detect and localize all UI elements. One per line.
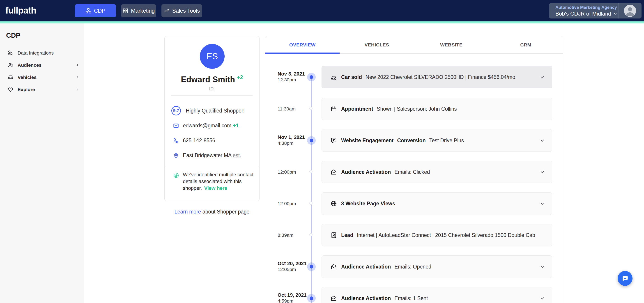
heart-icon	[8, 86, 14, 92]
event-datetime: 11:30am	[278, 106, 310, 112]
shopper-avatar: ES	[200, 44, 224, 69]
timeline-row: Oct 20, 2021 12:05pm Audience Activation…	[265, 256, 563, 278]
mail-icon	[173, 123, 179, 129]
integrations-icon	[8, 50, 14, 56]
event-datetime: 8:39am	[278, 232, 310, 238]
learn-more-row: Learn more about Shopper page	[164, 209, 260, 215]
sidebar-item-label: Vehicles	[18, 74, 36, 80]
audiences-icon	[8, 62, 14, 68]
location-estimated-link[interactable]: est.	[233, 152, 241, 158]
chevron-down-icon	[613, 12, 618, 16]
event-datetime: Nov 3, 2021 12:30pm	[278, 71, 310, 83]
chat-bubble-icon	[621, 274, 629, 282]
nav-app-cdp-label: CDP	[94, 8, 106, 14]
multiple-contacts-notice: We've identified multiple contact detail…	[164, 166, 259, 201]
dealership-selector[interactable]: Bob's CDJR of Midland	[556, 10, 618, 17]
top-navbar: fullpath CDP Marketing Sales Tools Autom…	[0, 0, 644, 22]
tab-crm[interactable]: CRM	[489, 36, 563, 54]
sidebar-title: CDP	[6, 32, 20, 39]
tab-vehicles[interactable]: VEHICLES	[340, 36, 414, 54]
tab-bar: OVERVIEW VEHICLES WEBSITE CRM	[265, 36, 563, 54]
sidebar-item-explore[interactable]: Explore	[0, 84, 84, 96]
chevron-down-icon[interactable]	[539, 169, 545, 175]
event-datetime: 12:00pm	[278, 201, 310, 206]
sidebar-menu: Data Integrations Audiences Vehicles Exp…	[0, 47, 84, 96]
chat-widget-button[interactable]	[618, 271, 632, 286]
mail-open-icon	[330, 295, 337, 302]
teal-accent-bar	[0, 22, 644, 24]
timeline-row: Oct 19, 2021 4:59pm Audience Activation …	[265, 287, 563, 303]
car-icon	[330, 74, 337, 80]
timeline-row: 12:00pm Audience Activation Emails: Clic…	[265, 161, 563, 183]
mail-open-icon	[330, 169, 337, 176]
event-card-appointment[interactable]: Appointment Shown | Salesperson: John Co…	[322, 98, 552, 120]
event-card-lead[interactable]: Lead Internet | AutoLeadStar Connect | 2…	[322, 224, 552, 246]
chevron-down-icon[interactable]	[539, 138, 545, 144]
tab-website[interactable]: WEBSITE	[414, 36, 489, 54]
nav-app-sales-tools[interactable]: Sales Tools	[162, 4, 202, 17]
tab-overview[interactable]: OVERVIEW	[265, 36, 340, 54]
sidebar-item-data-integrations[interactable]: Data Integrations	[0, 47, 84, 59]
shopper-score-row: 9.7 Highly Qualified Shopper!	[164, 103, 259, 118]
lead-badge-icon	[330, 232, 337, 238]
divider	[171, 95, 252, 96]
shopper-name-row: Edward Smith+2	[164, 74, 259, 84]
event-card-car-sold[interactable]: Car sold New 2022 Chevrolet SILVERADO 25…	[322, 66, 552, 88]
notice-text: We've identified multiple contact detail…	[183, 171, 257, 192]
account-divider	[618, 3, 619, 18]
target-icon	[173, 172, 179, 178]
chevron-down-icon[interactable]	[539, 74, 545, 80]
user-avatar[interactable]	[624, 5, 636, 17]
nav-app-cdp[interactable]: CDP	[75, 4, 116, 17]
sidebar-item-label: Explore	[18, 87, 35, 92]
activity-timeline: Nov 3, 2021 12:30pm Car sold New 2022 Ch…	[265, 54, 563, 303]
fullpath-logo: fullpath	[6, 6, 36, 16]
vehicle-icon	[8, 74, 14, 80]
shopper-score-label: Highly Qualified Shopper!	[186, 108, 245, 114]
chevron-right-icon	[75, 63, 80, 68]
learn-more-link[interactable]: Learn more	[174, 209, 201, 214]
timeline-row: 12:00pm 3 Website Page Views	[265, 192, 563, 215]
nav-app-sales-tools-label: Sales Tools	[172, 8, 200, 14]
chevron-down-icon[interactable]	[539, 264, 545, 270]
shopper-phone: 625-142-8556	[183, 138, 215, 144]
account-selector[interactable]: Automotive Marketing Agency Bob's CDJR o…	[549, 3, 642, 18]
event-card-website-engagement[interactable]: Website Engagement Conversion Test Drive…	[322, 129, 552, 152]
sidebar-item-audiences[interactable]: Audiences	[0, 59, 84, 71]
event-card-audience-activation[interactable]: Audience Activation Emails: 1 Sent	[322, 287, 552, 303]
additional-names-badge[interactable]: +2	[237, 74, 243, 80]
sidebar: CDP Data Integrations Audiences Vehicles…	[0, 24, 84, 303]
timeline-row: Nov 3, 2021 12:30pm Car sold New 2022 Ch…	[265, 66, 563, 88]
shopper-email: edwards@gmail.com +1	[183, 123, 239, 129]
chat-lines-icon	[330, 137, 337, 144]
shopper-profile-card: ES Edward Smith+2 ID: 9.7 Highly Qualifi…	[164, 36, 260, 201]
shopper-location: East Bridgewater MA est.	[183, 152, 241, 158]
timeline-row: 8:39am Lead Internet | AutoLeadStar Conn…	[265, 224, 563, 246]
sidebar-item-label: Audiences	[18, 62, 42, 68]
calendar-icon	[330, 106, 337, 112]
nav-app-marketing[interactable]: Marketing	[121, 4, 156, 17]
shopper-activity-panel: OVERVIEW VEHICLES WEBSITE CRM Nov 3, 202…	[265, 36, 563, 303]
shopper-name: Edward Smith	[181, 75, 235, 84]
timeline-row: Nov 1, 2021 4:38pm Website Engagement Co…	[265, 129, 563, 152]
mail-open-icon	[330, 263, 337, 270]
event-datetime: Oct 19, 2021 4:59pm	[278, 292, 310, 303]
agency-name: Automotive Marketing Agency	[556, 5, 618, 10]
chevron-down-icon[interactable]	[539, 201, 545, 206]
sidebar-item-vehicles[interactable]: Vehicles	[0, 71, 84, 84]
shopper-phone-row: 625-142-8556	[164, 133, 259, 148]
shopper-email-row: edwards@gmail.com +1	[164, 118, 259, 133]
event-datetime: 12:00pm	[278, 169, 310, 175]
trend-up-icon	[164, 8, 170, 14]
sitemap-icon	[86, 8, 91, 14]
location-pin-icon	[173, 152, 179, 158]
event-card-page-views[interactable]: 3 Website Page Views	[322, 192, 552, 215]
event-card-audience-activation[interactable]: Audience Activation Emails: Opened	[322, 256, 552, 278]
account-text: Automotive Marketing Agency Bob's CDJR o…	[549, 5, 618, 17]
phone-icon	[173, 138, 179, 144]
chevron-down-icon[interactable]	[539, 295, 545, 301]
shopper-location-row: East Bridgewater MA est.	[164, 148, 259, 163]
view-here-link[interactable]: View here	[204, 185, 227, 191]
event-card-audience-activation[interactable]: Audience Activation Emails: Clicked	[322, 161, 552, 183]
additional-emails-badge[interactable]: +1	[233, 123, 238, 128]
